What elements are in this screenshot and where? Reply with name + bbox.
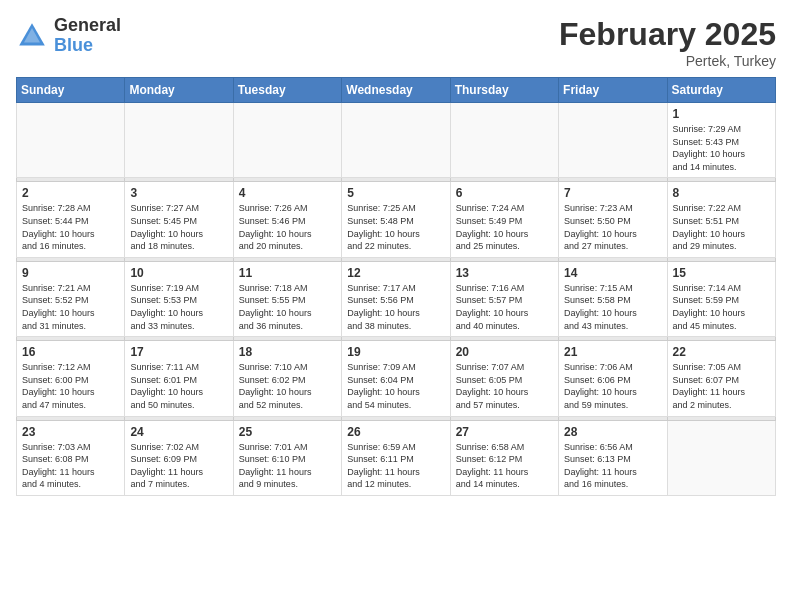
calendar-day-cell: 3Sunrise: 7:27 AM Sunset: 5:45 PM Daylig…: [125, 182, 233, 257]
day-number: 18: [239, 345, 336, 359]
calendar-day-cell: [342, 103, 450, 178]
calendar-day-cell: [559, 103, 667, 178]
calendar-day-cell: 9Sunrise: 7:21 AM Sunset: 5:52 PM Daylig…: [17, 261, 125, 336]
calendar-day-cell: [233, 103, 341, 178]
day-info: Sunrise: 7:23 AM Sunset: 5:50 PM Dayligh…: [564, 202, 661, 252]
weekday-header-monday: Monday: [125, 78, 233, 103]
day-info: Sunrise: 7:24 AM Sunset: 5:49 PM Dayligh…: [456, 202, 553, 252]
calendar-week-row: 16Sunrise: 7:12 AM Sunset: 6:00 PM Dayli…: [17, 341, 776, 416]
day-info: Sunrise: 7:21 AM Sunset: 5:52 PM Dayligh…: [22, 282, 119, 332]
day-info: Sunrise: 6:56 AM Sunset: 6:13 PM Dayligh…: [564, 441, 661, 491]
day-number: 9: [22, 266, 119, 280]
day-info: Sunrise: 7:01 AM Sunset: 6:10 PM Dayligh…: [239, 441, 336, 491]
calendar-day-cell: 15Sunrise: 7:14 AM Sunset: 5:59 PM Dayli…: [667, 261, 775, 336]
day-info: Sunrise: 7:18 AM Sunset: 5:55 PM Dayligh…: [239, 282, 336, 332]
day-number: 3: [130, 186, 227, 200]
calendar-day-cell: 7Sunrise: 7:23 AM Sunset: 5:50 PM Daylig…: [559, 182, 667, 257]
weekday-header-saturday: Saturday: [667, 78, 775, 103]
day-number: 2: [22, 186, 119, 200]
logo: General Blue: [16, 16, 121, 56]
day-info: Sunrise: 7:27 AM Sunset: 5:45 PM Dayligh…: [130, 202, 227, 252]
day-number: 8: [673, 186, 770, 200]
day-number: 5: [347, 186, 444, 200]
day-number: 19: [347, 345, 444, 359]
day-info: Sunrise: 7:19 AM Sunset: 5:53 PM Dayligh…: [130, 282, 227, 332]
day-info: Sunrise: 7:15 AM Sunset: 5:58 PM Dayligh…: [564, 282, 661, 332]
day-number: 20: [456, 345, 553, 359]
calendar-day-cell: 23Sunrise: 7:03 AM Sunset: 6:08 PM Dayli…: [17, 420, 125, 495]
calendar-day-cell: 28Sunrise: 6:56 AM Sunset: 6:13 PM Dayli…: [559, 420, 667, 495]
day-info: Sunrise: 7:09 AM Sunset: 6:04 PM Dayligh…: [347, 361, 444, 411]
logo-icon: [16, 20, 48, 52]
calendar-day-cell: 4Sunrise: 7:26 AM Sunset: 5:46 PM Daylig…: [233, 182, 341, 257]
day-info: Sunrise: 7:28 AM Sunset: 5:44 PM Dayligh…: [22, 202, 119, 252]
calendar-day-cell: 11Sunrise: 7:18 AM Sunset: 5:55 PM Dayli…: [233, 261, 341, 336]
calendar-day-cell: 16Sunrise: 7:12 AM Sunset: 6:00 PM Dayli…: [17, 341, 125, 416]
day-number: 14: [564, 266, 661, 280]
page-header: General Blue February 2025 Pertek, Turke…: [16, 16, 776, 69]
day-info: Sunrise: 7:11 AM Sunset: 6:01 PM Dayligh…: [130, 361, 227, 411]
logo-general-text: General: [54, 16, 121, 36]
calendar-day-cell: 27Sunrise: 6:58 AM Sunset: 6:12 PM Dayli…: [450, 420, 558, 495]
calendar-day-cell: 14Sunrise: 7:15 AM Sunset: 5:58 PM Dayli…: [559, 261, 667, 336]
day-number: 6: [456, 186, 553, 200]
day-number: 13: [456, 266, 553, 280]
weekday-header-row: SundayMondayTuesdayWednesdayThursdayFrid…: [17, 78, 776, 103]
calendar-day-cell: 8Sunrise: 7:22 AM Sunset: 5:51 PM Daylig…: [667, 182, 775, 257]
month-title: February 2025: [559, 16, 776, 53]
calendar-day-cell: 22Sunrise: 7:05 AM Sunset: 6:07 PM Dayli…: [667, 341, 775, 416]
calendar-week-row: 9Sunrise: 7:21 AM Sunset: 5:52 PM Daylig…: [17, 261, 776, 336]
day-info: Sunrise: 7:06 AM Sunset: 6:06 PM Dayligh…: [564, 361, 661, 411]
weekday-header-tuesday: Tuesday: [233, 78, 341, 103]
calendar-day-cell: 25Sunrise: 7:01 AM Sunset: 6:10 PM Dayli…: [233, 420, 341, 495]
day-info: Sunrise: 7:02 AM Sunset: 6:09 PM Dayligh…: [130, 441, 227, 491]
day-info: Sunrise: 6:59 AM Sunset: 6:11 PM Dayligh…: [347, 441, 444, 491]
location-text: Pertek, Turkey: [559, 53, 776, 69]
calendar-day-cell: 19Sunrise: 7:09 AM Sunset: 6:04 PM Dayli…: [342, 341, 450, 416]
calendar-day-cell: 20Sunrise: 7:07 AM Sunset: 6:05 PM Dayli…: [450, 341, 558, 416]
calendar-day-cell: [17, 103, 125, 178]
day-info: Sunrise: 7:22 AM Sunset: 5:51 PM Dayligh…: [673, 202, 770, 252]
day-number: 15: [673, 266, 770, 280]
calendar-day-cell: 26Sunrise: 6:59 AM Sunset: 6:11 PM Dayli…: [342, 420, 450, 495]
day-info: Sunrise: 7:17 AM Sunset: 5:56 PM Dayligh…: [347, 282, 444, 332]
day-info: Sunrise: 7:10 AM Sunset: 6:02 PM Dayligh…: [239, 361, 336, 411]
day-info: Sunrise: 7:05 AM Sunset: 6:07 PM Dayligh…: [673, 361, 770, 411]
calendar-day-cell: 12Sunrise: 7:17 AM Sunset: 5:56 PM Dayli…: [342, 261, 450, 336]
day-info: Sunrise: 7:14 AM Sunset: 5:59 PM Dayligh…: [673, 282, 770, 332]
day-number: 10: [130, 266, 227, 280]
weekday-header-wednesday: Wednesday: [342, 78, 450, 103]
calendar-day-cell: 6Sunrise: 7:24 AM Sunset: 5:49 PM Daylig…: [450, 182, 558, 257]
calendar-day-cell: [667, 420, 775, 495]
weekday-header-friday: Friday: [559, 78, 667, 103]
day-number: 25: [239, 425, 336, 439]
calendar-day-cell: 24Sunrise: 7:02 AM Sunset: 6:09 PM Dayli…: [125, 420, 233, 495]
day-info: Sunrise: 7:26 AM Sunset: 5:46 PM Dayligh…: [239, 202, 336, 252]
day-info: Sunrise: 7:12 AM Sunset: 6:00 PM Dayligh…: [22, 361, 119, 411]
day-info: Sunrise: 7:16 AM Sunset: 5:57 PM Dayligh…: [456, 282, 553, 332]
day-info: Sunrise: 7:29 AM Sunset: 5:43 PM Dayligh…: [673, 123, 770, 173]
calendar-day-cell: 18Sunrise: 7:10 AM Sunset: 6:02 PM Dayli…: [233, 341, 341, 416]
weekday-header-thursday: Thursday: [450, 78, 558, 103]
calendar-day-cell: 21Sunrise: 7:06 AM Sunset: 6:06 PM Dayli…: [559, 341, 667, 416]
day-info: Sunrise: 7:07 AM Sunset: 6:05 PM Dayligh…: [456, 361, 553, 411]
calendar-day-cell: 1Sunrise: 7:29 AM Sunset: 5:43 PM Daylig…: [667, 103, 775, 178]
day-info: Sunrise: 6:58 AM Sunset: 6:12 PM Dayligh…: [456, 441, 553, 491]
day-number: 24: [130, 425, 227, 439]
day-number: 7: [564, 186, 661, 200]
day-number: 1: [673, 107, 770, 121]
logo-blue-text: Blue: [54, 36, 121, 56]
title-block: February 2025 Pertek, Turkey: [559, 16, 776, 69]
day-number: 11: [239, 266, 336, 280]
day-info: Sunrise: 7:25 AM Sunset: 5:48 PM Dayligh…: [347, 202, 444, 252]
day-number: 27: [456, 425, 553, 439]
day-number: 16: [22, 345, 119, 359]
calendar-day-cell: 5Sunrise: 7:25 AM Sunset: 5:48 PM Daylig…: [342, 182, 450, 257]
calendar-table: SundayMondayTuesdayWednesdayThursdayFrid…: [16, 77, 776, 496]
weekday-header-sunday: Sunday: [17, 78, 125, 103]
calendar-week-row: 1Sunrise: 7:29 AM Sunset: 5:43 PM Daylig…: [17, 103, 776, 178]
calendar-day-cell: [450, 103, 558, 178]
day-number: 12: [347, 266, 444, 280]
calendar-week-row: 23Sunrise: 7:03 AM Sunset: 6:08 PM Dayli…: [17, 420, 776, 495]
day-number: 17: [130, 345, 227, 359]
